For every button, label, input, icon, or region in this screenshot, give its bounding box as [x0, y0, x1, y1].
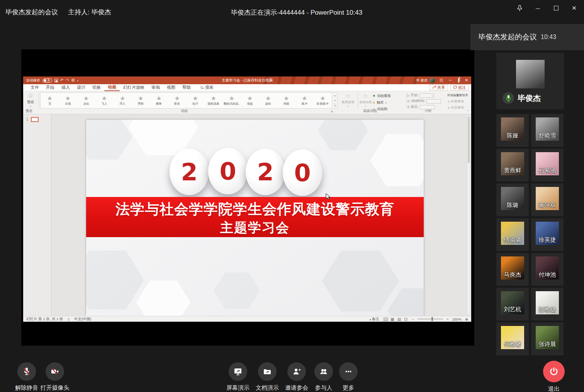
pin-icon[interactable] — [511, 0, 529, 16]
animation-effect-item[interactable]: ★无 — [41, 93, 59, 108]
animation-effect-item[interactable]: ★飞入 — [95, 93, 113, 108]
animation-effect-item[interactable]: ★形状 — [168, 93, 186, 108]
add-animation-button[interactable]: ☆ 添加动画 ∨ — [358, 93, 372, 107]
participant-tile[interactable]: 陈璐 — [496, 183, 529, 216]
participant-tile[interactable]: 陈娅 — [496, 114, 529, 147]
start-select[interactable]: ∨ — [419, 93, 434, 98]
minimize-button[interactable]: ─ — [529, 0, 547, 16]
screen-share-button[interactable]: 屏幕演示 — [226, 362, 250, 392]
animation-effect-item[interactable]: ★随机线条 — [204, 93, 222, 108]
participants-button[interactable]: 参与人 — [314, 362, 333, 392]
animation-pane-button[interactable]: ⚑动画窗格 — [372, 93, 406, 98]
menu-tab[interactable]: 视图 — [163, 84, 179, 91]
meeting-title: 毕俊杰发起的会议 — [5, 8, 58, 17]
participant-tile[interactable]: 彭雅婕 — [531, 288, 564, 321]
zoom-slider-thumb[interactable] — [431, 317, 433, 321]
participant-tile[interactable]: 石紫涵 — [531, 149, 564, 182]
animation-effect-item[interactable]: ★淡化 — [77, 93, 95, 108]
ppt-minimize-icon[interactable]: ─ — [446, 78, 455, 82]
year-circle: 0 — [283, 149, 322, 196]
menu-tab[interactable]: 审阅 — [148, 84, 163, 91]
participant-tile[interactable]: 何雅馨 — [496, 322, 529, 355]
invite-button[interactable]: 邀请参会 — [285, 362, 308, 392]
preview-button[interactable]: ☆ 预览 ∨ — [23, 92, 38, 107]
slide-thumbnail-panel[interactable]: 1 — [23, 114, 51, 316]
view-sorter-icon[interactable]: ▦ — [389, 317, 395, 321]
scrollbar-thumb[interactable] — [468, 117, 470, 163]
menu-tab[interactable]: 开始 — [42, 84, 58, 91]
participant-tile[interactable]: 刘艺杭 — [496, 288, 529, 321]
zoom-slider[interactable] — [418, 319, 443, 319]
menu-tab[interactable]: 幻灯片放映 — [120, 84, 148, 91]
dialog-launcher-icon[interactable]: ⇲ — [330, 110, 333, 113]
notes-button[interactable]: ▴ 备注 — [370, 317, 379, 322]
participant-tile[interactable]: 徐英捷 — [531, 218, 564, 251]
participant-tile[interactable]: 马炎杰 — [496, 253, 529, 286]
animation-effect-item[interactable]: ★劈裂 — [132, 93, 150, 108]
participant-tile[interactable]: 蒋萍双 — [531, 183, 564, 216]
autosave-toggle[interactable]: 关 — [42, 78, 52, 83]
fit-to-window-icon[interactable]: ⊕ — [465, 317, 468, 321]
menu-tab[interactable]: 帮助 — [179, 84, 194, 91]
zoom-out-button[interactable]: − — [412, 317, 414, 321]
participant-tile[interactable]: 付坤池 — [531, 253, 564, 286]
animation-effect-item[interactable]: ★脉冲 — [295, 93, 314, 108]
slide-canvas[interactable]: 2020 法学与社会学学院学生会作风建设警示教育 主题学习会 — [86, 120, 424, 316]
ribbon-display-icon[interactable]: ⊡ — [436, 78, 446, 82]
trigger-caret-icon: ∨ — [385, 101, 387, 104]
participant-tile[interactable]: 黄燕鲜 — [496, 149, 529, 182]
participant-tile[interactable]: 舒晓雪 — [531, 114, 564, 147]
animation-effect-item[interactable]: ★轮子 — [186, 93, 204, 108]
ppt-search[interactable]: 搜索 — [200, 85, 214, 90]
speaker-tile[interactable]: 毕俊杰 — [496, 53, 564, 109]
move-earlier-button[interactable]: ∧向前移动 — [447, 99, 471, 104]
zoom-level[interactable]: 150% — [452, 317, 462, 321]
statusbar-language[interactable]: 中文(中国) — [74, 317, 91, 322]
zoom-in-button[interactable]: + — [446, 317, 449, 321]
effect-options-button[interactable]: ☆ 效果选项 ∨ — [339, 93, 357, 107]
animation-effect-item[interactable]: ★翻转式由远.. — [222, 93, 241, 108]
doc-share-button[interactable]: 文档演示 — [256, 362, 279, 392]
menu-tab[interactable]: 插入 — [58, 84, 73, 91]
duration-input[interactable] — [426, 99, 441, 104]
exit-button[interactable]: 退出 — [543, 361, 565, 392]
participant-tile[interactable]: 张诗晨 — [531, 322, 564, 355]
maximize-button[interactable] — [547, 0, 565, 16]
close-button[interactable]: ✕ — [565, 0, 583, 16]
share-button[interactable]: 共享 — [430, 85, 448, 90]
animation-effect-item[interactable]: ★擦除 — [150, 93, 168, 108]
animation-effect-item[interactable]: ★缩放 — [241, 93, 259, 108]
animation-effect-item[interactable]: ★弹跳 — [277, 93, 295, 108]
slideshow-icon[interactable]: ⊞ — [71, 78, 75, 82]
animation-effect-item[interactable]: ★旋转 — [259, 93, 277, 108]
animation-effect-item[interactable]: ★彩色脉冲 — [314, 93, 332, 108]
participant-tile[interactable]: 傅渝璐 — [496, 218, 529, 251]
menu-tab[interactable]: 切换 — [89, 84, 104, 91]
redo-icon[interactable]: ↷ — [66, 78, 69, 82]
undo-icon[interactable]: ↶ — [60, 78, 63, 82]
menu-tab[interactable]: 设计 — [73, 84, 89, 91]
animation-effect-item[interactable]: ★出现 — [59, 93, 77, 108]
ribbon-collapse-icon[interactable]: ⌃ — [467, 110, 469, 113]
ppt-close-icon[interactable]: ✕ — [462, 78, 471, 82]
quickaccess-caret-icon[interactable]: ∨ — [77, 79, 78, 82]
animation-effect-item[interactable]: ★浮入 — [114, 93, 132, 108]
editor-scrollbar[interactable] — [467, 115, 470, 315]
ribbon-separator — [358, 93, 358, 108]
view-slideshow-icon[interactable]: ⊡ — [403, 317, 408, 321]
view-reading-icon[interactable]: ▤ — [396, 317, 402, 321]
menu-tab[interactable]: 动画 — [104, 84, 120, 91]
doc-share-label: 文档演示 — [256, 384, 279, 392]
comments-button[interactable]: 批注 — [450, 85, 469, 90]
gallery-scroll-arrows[interactable]: ▴ ▾ ▾ — [333, 92, 338, 109]
trigger-button[interactable]: ↯触发∨ — [372, 100, 406, 105]
camera-button[interactable]: 打开摄像头 — [39, 362, 70, 392]
unmute-button[interactable]: 解除静音 — [15, 362, 39, 392]
save-icon[interactable] — [54, 79, 58, 82]
slide-thumbnail[interactable] — [31, 117, 39, 122]
menu-tab[interactable]: 文件 — [27, 84, 42, 91]
view-normal-icon[interactable]: ▢ — [383, 317, 389, 321]
more-button[interactable]: 更多 — [339, 362, 358, 392]
ppt-restore-icon[interactable] — [455, 78, 462, 82]
animation-star-icon: ★ — [65, 95, 71, 102]
